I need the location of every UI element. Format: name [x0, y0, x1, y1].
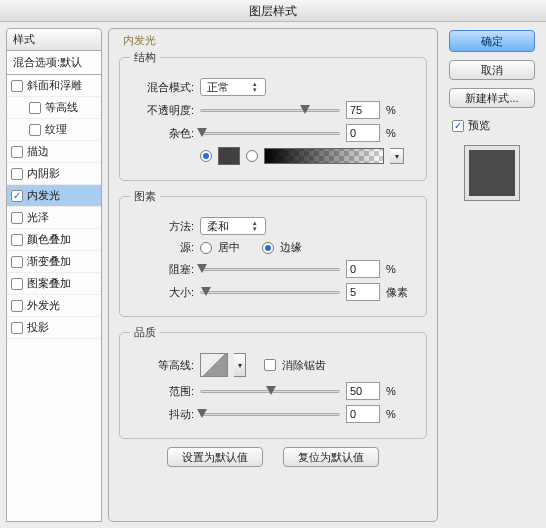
ok-button[interactable]: 确定 [449, 30, 535, 52]
style-item-checkbox[interactable] [29, 124, 41, 136]
style-item-label: 外发光 [27, 298, 60, 313]
choke-slider[interactable] [200, 262, 340, 276]
contour-label: 等高线: [130, 358, 194, 373]
noise-unit: % [386, 127, 396, 139]
style-item-checkbox[interactable] [11, 322, 23, 334]
style-item-label: 斜面和浮雕 [27, 78, 82, 93]
size-slider[interactable] [200, 285, 340, 299]
styles-header[interactable]: 样式 [6, 28, 102, 51]
range-slider[interactable] [200, 384, 340, 398]
style-item-11[interactable]: 投影 [7, 317, 101, 339]
style-item-1[interactable]: 等高线 [7, 97, 101, 119]
range-unit: % [386, 385, 396, 397]
range-label: 范围: [130, 384, 194, 399]
style-item-6[interactable]: 光泽 [7, 207, 101, 229]
source-edge-label: 边缘 [280, 240, 302, 255]
gradient-dropdown[interactable]: ▾ [390, 148, 404, 164]
jitter-slider[interactable] [200, 407, 340, 421]
opacity-slider[interactable] [200, 103, 340, 117]
antialias-checkbox[interactable] [264, 359, 276, 371]
source-label: 源: [130, 240, 194, 255]
preview-swatch [464, 145, 520, 201]
elements-legend: 图素 [130, 189, 160, 204]
style-item-checkbox[interactable] [11, 212, 23, 224]
method-select[interactable]: 柔和 ▴▾ [200, 217, 266, 235]
noise-input[interactable]: 0 [346, 124, 380, 142]
style-item-9[interactable]: 图案叠加 [7, 273, 101, 295]
blend-mode-value: 正常 [207, 80, 229, 95]
style-item-8[interactable]: 渐变叠加 [7, 251, 101, 273]
make-default-button[interactable]: 设置为默认值 [167, 447, 263, 467]
source-edge-radio[interactable] [262, 242, 274, 254]
source-center-label: 居中 [218, 240, 240, 255]
panel-title: 内发光 [123, 33, 427, 48]
style-item-label: 内发光 [27, 188, 60, 203]
style-item-3[interactable]: 描边 [7, 141, 101, 163]
style-item-label: 颜色叠加 [27, 232, 71, 247]
style-item-checkbox[interactable] [29, 102, 41, 114]
structure-legend: 结构 [130, 50, 160, 65]
style-item-checkbox[interactable] [11, 278, 23, 290]
style-item-checkbox[interactable] [11, 168, 23, 180]
quality-legend: 品质 [130, 325, 160, 340]
right-column: 确定 取消 新建样式... 预览 [444, 28, 540, 522]
style-item-5[interactable]: 内发光 [7, 185, 101, 207]
noise-label: 杂色: [130, 126, 194, 141]
noise-slider[interactable] [200, 126, 340, 140]
select-arrows-icon: ▴▾ [253, 220, 261, 232]
style-item-label: 渐变叠加 [27, 254, 71, 269]
style-item-label: 光泽 [27, 210, 49, 225]
antialias-label: 消除锯齿 [282, 358, 326, 373]
style-item-checkbox[interactable] [11, 190, 23, 202]
style-item-7[interactable]: 颜色叠加 [7, 229, 101, 251]
style-item-checkbox[interactable] [11, 234, 23, 246]
style-item-10[interactable]: 外发光 [7, 295, 101, 317]
style-item-checkbox[interactable] [11, 146, 23, 158]
size-input[interactable]: 5 [346, 283, 380, 301]
style-item-checkbox[interactable] [11, 300, 23, 312]
jitter-input[interactable]: 0 [346, 405, 380, 423]
style-item-checkbox[interactable] [11, 80, 23, 92]
gradient-preview[interactable] [264, 148, 384, 164]
jitter-unit: % [386, 408, 396, 420]
preview-label: 预览 [468, 118, 490, 133]
blend-mode-label: 混合模式: [130, 80, 194, 95]
size-unit: 像素 [386, 285, 408, 300]
style-item-checkbox[interactable] [11, 256, 23, 268]
method-label: 方法: [130, 219, 194, 234]
style-item-label: 等高线 [45, 100, 78, 115]
cancel-button[interactable]: 取消 [449, 60, 535, 80]
choke-label: 阻塞: [130, 262, 194, 277]
contour-picker[interactable] [200, 353, 228, 377]
reset-default-button[interactable]: 复位为默认值 [283, 447, 379, 467]
style-item-label: 内阴影 [27, 166, 60, 181]
structure-group: 结构 混合模式: 正常 ▴▾ 不透明度: 75 % [119, 50, 427, 181]
opacity-input[interactable]: 75 [346, 101, 380, 119]
style-item-2[interactable]: 纹理 [7, 119, 101, 141]
size-label: 大小: [130, 285, 194, 300]
style-item-label: 描边 [27, 144, 49, 159]
choke-input[interactable]: 0 [346, 260, 380, 278]
style-item-0[interactable]: 斜面和浮雕 [7, 75, 101, 97]
jitter-label: 抖动: [130, 407, 194, 422]
contour-dropdown[interactable]: ▾ [234, 353, 246, 377]
color-source-radio[interactable] [200, 150, 212, 162]
range-input[interactable]: 50 [346, 382, 380, 400]
new-style-button[interactable]: 新建样式... [449, 88, 535, 108]
blending-options-default[interactable]: 混合选项:默认 [6, 51, 102, 75]
blend-mode-select[interactable]: 正常 ▴▾ [200, 78, 266, 96]
style-item-label: 投影 [27, 320, 49, 335]
style-item-label: 图案叠加 [27, 276, 71, 291]
gradient-source-radio[interactable] [246, 150, 258, 162]
style-list: 斜面和浮雕等高线纹理描边内阴影内发光光泽颜色叠加渐变叠加图案叠加外发光投影 [6, 75, 102, 522]
choke-unit: % [386, 263, 396, 275]
quality-group: 品质 等高线: ▾ 消除锯齿 范围: 50 % 抖 [119, 325, 427, 439]
preview-checkbox[interactable] [452, 120, 464, 132]
opacity-unit: % [386, 104, 396, 116]
color-swatch[interactable] [218, 147, 240, 165]
styles-sidebar: 样式 混合选项:默认 斜面和浮雕等高线纹理描边内阴影内发光光泽颜色叠加渐变叠加图… [6, 28, 102, 522]
method-value: 柔和 [207, 219, 229, 234]
source-center-radio[interactable] [200, 242, 212, 254]
opacity-label: 不透明度: [130, 103, 194, 118]
style-item-4[interactable]: 内阴影 [7, 163, 101, 185]
